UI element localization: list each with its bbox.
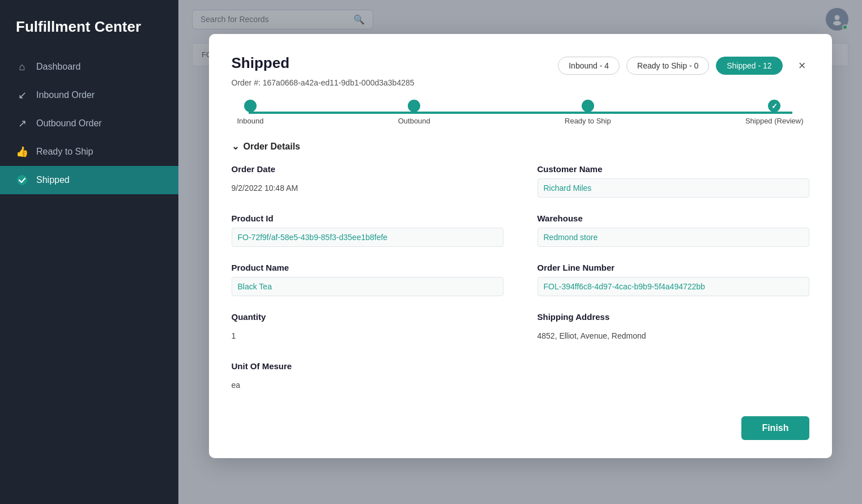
step-circle-outbound	[408, 100, 420, 112]
outbound-icon: ↗	[16, 117, 28, 130]
finish-button[interactable]: Finish	[741, 416, 809, 440]
order-details-grid: Order Date 9/2/2022 10:48 AM Product Id …	[232, 164, 809, 411]
sidebar-item-dashboard[interactable]: ⌂ Dashboard	[0, 53, 178, 81]
customer-name-value: Richard Miles	[537, 178, 809, 198]
unit-of-measure-label: Unit Of Mesure	[232, 361, 503, 371]
sidebar-item-label: Shipped	[36, 175, 70, 185]
quantity-label: Quantity	[232, 312, 503, 322]
modal-footer: Finish	[232, 416, 809, 440]
unit-of-measure-item: Unit Of Mesure ea	[232, 361, 503, 395]
order-date-value: 9/2/2022 10:48 AM	[232, 178, 503, 198]
app-title: Fulfillment Center	[0, 0, 178, 53]
main-content: 🔍 FO-395ec60c-1831-4cd3-af9f-02ca202c6f5…	[178, 0, 862, 504]
chevron-down-icon: ⌄	[232, 141, 239, 152]
sidebar-item-outbound-order[interactable]: ↗ Outbound Order	[0, 109, 178, 138]
order-line-number-value: FOL-394ff6c8-4d97-4cac-b9b9-5f4a494722bb	[537, 277, 809, 296]
sidebar-item-shipped[interactable]: Shipped	[0, 166, 178, 194]
sidebar-item-label: Ready to Ship	[36, 147, 93, 157]
step-outbound: Outbound	[398, 100, 430, 125]
shipping-address-label: Shipping Address	[537, 312, 809, 322]
inbound-pill[interactable]: Inbound - 4	[558, 57, 620, 75]
sidebar-item-label: Inbound Order	[36, 90, 95, 100]
ready-to-ship-pill[interactable]: Ready to Ship - 0	[626, 57, 709, 75]
inbound-icon: ↙	[16, 89, 28, 101]
order-date-label: Order Date	[232, 164, 503, 174]
warehouse-label: Warehouse	[537, 213, 809, 223]
order-date-item: Order Date 9/2/2022 10:48 AM	[232, 164, 503, 198]
warehouse-value: Redmond store	[537, 228, 809, 247]
sidebar-item-label: Outbound Order	[36, 118, 102, 129]
modal-title: Shipped	[232, 54, 290, 72]
quantity-value: 1	[232, 326, 503, 345]
modal-header: Shipped Inbound - 4 Ready to Ship - 0 Sh…	[232, 54, 809, 75]
quantity-item: Quantity 1	[232, 312, 503, 345]
product-id-item: Product Id FO-72f9f/af-58e5-43b9-85f3-d3…	[232, 213, 503, 247]
thumbsup-icon: 👍	[16, 146, 28, 158]
sidebar: Fulfillment Center ⌂ Dashboard ↙ Inbound…	[0, 0, 178, 504]
order-details-toggle[interactable]: ⌄ Order Details	[232, 141, 809, 152]
home-icon: ⌂	[16, 61, 28, 73]
product-name-item: Product Name Black Tea	[232, 263, 503, 296]
order-number: Order #: 167a0668-a42a-ed11-9db1-000d3a3…	[232, 78, 809, 87]
product-name-label: Product Name	[232, 263, 503, 272]
step-label-inbound: Inbound	[237, 117, 264, 125]
product-id-label: Product Id	[232, 213, 503, 223]
step-inbound: Inbound	[237, 100, 264, 125]
modal: Shipped Inbound - 4 Ready to Ship - 0 Sh…	[209, 34, 832, 458]
step-label-shipped: Shipped (Review)	[745, 117, 804, 125]
modal-overlay: Shipped Inbound - 4 Ready to Ship - 0 Sh…	[178, 0, 862, 504]
step-ready-to-ship: Ready to Ship	[565, 100, 611, 125]
shipping-address-item: Shipping Address 4852, Elliot, Avenue, R…	[537, 312, 809, 345]
progress-steps: Inbound Outbound Ready to Ship Shipped (…	[237, 100, 804, 125]
unit-of-measure-value: ea	[232, 375, 503, 395]
modal-header-right: Inbound - 4 Ready to Ship - 0 Shipped - …	[558, 57, 809, 75]
customer-name-label: Customer Name	[537, 164, 809, 174]
progress-bar: Inbound Outbound Ready to Ship Shipped (…	[232, 100, 809, 125]
customer-name-item: Customer Name Richard Miles	[537, 164, 809, 198]
sidebar-nav: ⌂ Dashboard ↙ Inbound Order ↗ Outbound O…	[0, 53, 178, 194]
product-name-value: Black Tea	[232, 277, 503, 296]
step-circle-shipped	[768, 100, 780, 112]
step-label-outbound: Outbound	[398, 117, 430, 125]
warehouse-item: Warehouse Redmond store	[537, 213, 809, 247]
shipped-check-icon	[16, 174, 28, 186]
order-details-label: Order Details	[244, 142, 300, 152]
order-line-number-item: Order Line Number FOL-394ff6c8-4d97-4cac…	[537, 263, 809, 296]
svg-point-0	[17, 175, 27, 185]
shipped-pill[interactable]: Shipped - 12	[716, 57, 782, 75]
sidebar-item-inbound-order[interactable]: ↙ Inbound Order	[0, 81, 178, 109]
product-id-value: FO-72f9f/af-58e5-43b9-85f3-d35ee1b8fefe	[232, 228, 503, 247]
step-circle-inbound	[244, 100, 257, 112]
order-line-number-label: Order Line Number	[537, 263, 809, 272]
sidebar-item-label: Dashboard	[36, 62, 80, 72]
close-button[interactable]: ×	[795, 58, 809, 73]
step-label-ready: Ready to Ship	[565, 117, 611, 125]
shipping-address-value: 4852, Elliot, Avenue, Redmond	[537, 326, 809, 345]
step-shipped-review: Shipped (Review)	[745, 100, 804, 125]
step-circle-ready	[582, 100, 594, 112]
sidebar-item-ready-to-ship[interactable]: 👍 Ready to Ship	[0, 138, 178, 166]
